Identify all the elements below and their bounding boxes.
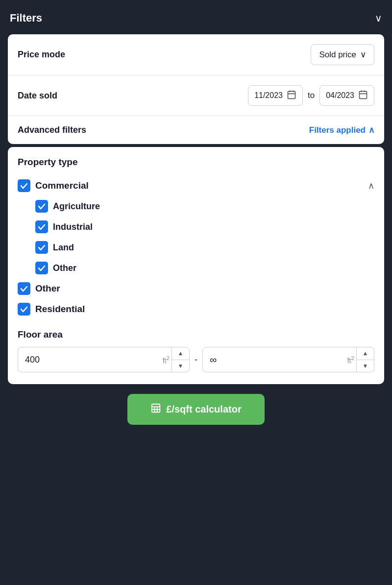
checkbox-residential-label: Residential xyxy=(35,304,85,315)
svg-rect-0 xyxy=(288,91,295,98)
checkbox-industrial-icon xyxy=(35,220,48,233)
date-to-label: to xyxy=(308,91,315,100)
calculator-label: £/sqft calculator xyxy=(166,404,241,415)
floor-to-increment[interactable]: ▲ xyxy=(357,347,374,360)
checkbox-other-icon xyxy=(18,282,30,295)
checkbox-land[interactable]: Land xyxy=(35,237,374,258)
price-mode-value: Sold price xyxy=(319,50,356,60)
calendar-to-icon xyxy=(358,90,368,101)
date-to-value: 04/2023 xyxy=(326,91,354,100)
filters-applied-text: Filters applied xyxy=(309,125,366,135)
price-mode-dropdown[interactable]: Sold price ∨ xyxy=(311,44,374,65)
calendar-from-icon xyxy=(287,90,296,101)
date-to-input[interactable]: 04/2023 xyxy=(319,85,374,106)
calculator-button[interactable]: £/sqft calculator xyxy=(127,394,265,425)
filters-applied-toggle[interactable]: Filters applied ∧ xyxy=(309,125,374,135)
svg-rect-4 xyxy=(360,91,367,98)
calculator-btn-container: £/sqft calculator xyxy=(8,384,384,430)
commercial-chevron-icon[interactable]: ∧ xyxy=(368,180,374,191)
floor-to-input[interactable]: ∞ ft2 ▲ ▼ xyxy=(202,347,374,372)
advanced-filters-label: Advanced filters xyxy=(18,125,86,135)
checkbox-residential[interactable]: Residential xyxy=(18,299,374,319)
checkbox-agriculture-icon xyxy=(35,200,48,213)
floor-from-input[interactable]: 400 ft2 ▲ ▼ xyxy=(18,347,190,372)
checkbox-land-label: Land xyxy=(53,243,74,253)
commercial-sub-items: Agriculture Industrial Land Other xyxy=(18,196,374,278)
floor-from-stepper: ▲ ▼ xyxy=(172,347,189,372)
filters-card-1: Price mode Sold price ∨ Date sold 11/202… xyxy=(8,34,384,144)
price-mode-chevron-icon: ∨ xyxy=(360,49,366,60)
filters-card-2: Property type Commercial ∧ Agriculture xyxy=(8,147,384,384)
checkbox-industrial-label: Industrial xyxy=(53,222,93,232)
advanced-filters-row[interactable]: Advanced filters Filters applied ∧ xyxy=(8,116,384,144)
floor-dash: - xyxy=(195,355,197,365)
price-mode-row: Price mode Sold price ∨ xyxy=(8,34,384,75)
floor-to-stepper: ▲ ▼ xyxy=(356,347,374,372)
checkbox-other-label: Other xyxy=(35,283,60,294)
checkbox-land-icon xyxy=(35,241,48,254)
floor-area-title: Floor area xyxy=(18,329,374,340)
property-type-title: Property type xyxy=(18,157,374,168)
advanced-filters-chevron-icon: ∧ xyxy=(368,125,374,135)
checkbox-commercial[interactable]: Commercial ∧ xyxy=(18,175,374,196)
floor-area-inputs: 400 ft2 ▲ ▼ - ∞ ft2 ▲ ▼ xyxy=(18,347,374,372)
filters-container: Filters ∨ Price mode Sold price ∨ Date s… xyxy=(0,0,392,439)
checkbox-other[interactable]: Other xyxy=(18,278,374,299)
date-sold-label: Date sold xyxy=(18,91,76,101)
filters-header: Filters ∨ xyxy=(8,5,384,31)
price-mode-label: Price mode xyxy=(18,49,65,60)
floor-to-value: ∞ xyxy=(210,354,347,366)
floor-from-value: 400 xyxy=(25,355,163,365)
checkbox-agriculture-label: Agriculture xyxy=(53,201,100,212)
filters-collapse-icon[interactable]: ∨ xyxy=(375,12,382,24)
checkbox-other-sub[interactable]: Other xyxy=(35,258,374,278)
checkbox-agriculture[interactable]: Agriculture xyxy=(35,196,374,217)
checkbox-industrial[interactable]: Industrial xyxy=(35,217,374,237)
floor-from-unit: ft2 xyxy=(163,355,170,365)
date-from-value: 11/2023 xyxy=(254,91,283,100)
checkbox-commercial-label: Commercial xyxy=(35,180,89,191)
checkbox-other-sub-icon xyxy=(35,262,48,274)
svg-rect-8 xyxy=(152,404,160,413)
date-inputs: 11/2023 to 04/2023 xyxy=(248,85,374,106)
calculator-icon xyxy=(150,403,161,416)
checkbox-other-sub-label: Other xyxy=(53,263,76,273)
date-from-input[interactable]: 11/2023 xyxy=(248,85,303,106)
checkbox-commercial-icon xyxy=(18,179,30,192)
floor-area-section: Floor area 400 ft2 ▲ ▼ - ∞ ft2 ▲ ▼ xyxy=(18,329,374,372)
filters-title: Filters xyxy=(10,12,42,24)
checkbox-residential-icon xyxy=(18,303,30,316)
floor-from-decrement[interactable]: ▼ xyxy=(172,360,189,373)
floor-to-decrement[interactable]: ▼ xyxy=(357,360,374,373)
floor-to-unit: ft2 xyxy=(347,355,354,365)
floor-from-increment[interactable]: ▲ xyxy=(172,347,189,360)
date-sold-row: Date sold 11/2023 to 04/2023 xyxy=(8,75,384,116)
